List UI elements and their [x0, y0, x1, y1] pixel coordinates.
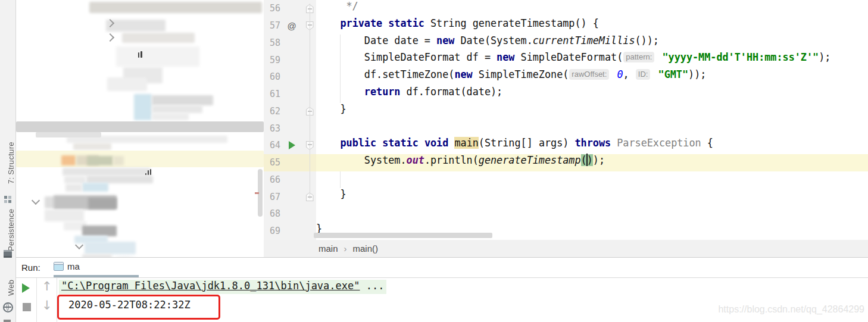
gutter[interactable]: 5657@585960616263646566676869: [264, 0, 316, 240]
code-line[interactable]: Date date = new Date(System.currentTimeM…: [316, 35, 868, 52]
selected-tab-underline: [54, 275, 139, 277]
stop-button[interactable]: [23, 303, 31, 311]
line-number: 62: [264, 106, 280, 117]
censored-block: [106, 20, 166, 32]
tool-window-stripe: 7: Structure Persistence Web: [0, 0, 16, 322]
annotation-gutter-icon[interactable]: @: [287, 21, 296, 31]
run-tab[interactable]: ma: [54, 261, 80, 271]
censored-block: [61, 155, 76, 165]
gutter-row[interactable]: 62: [264, 103, 316, 120]
code-line[interactable]: */: [316, 0, 868, 17]
console-command-link[interactable]: "C:\Program Files\Java\jdk1.8.0_131\bin\…: [61, 280, 360, 292]
tool-button-structure[interactable]: 7: Structure: [0, 136, 15, 190]
censored-block: [152, 95, 213, 105]
structure-icon[interactable]: [4, 196, 7, 199]
line-number: 69: [264, 226, 280, 236]
censored-block: [85, 242, 136, 254]
red-annotation-box: [57, 295, 220, 320]
line-number: 57: [264, 20, 280, 31]
censored-block: [113, 156, 124, 165]
horizontal-scrollbar[interactable]: [314, 233, 492, 238]
code-line[interactable]: }: [316, 188, 868, 205]
toolbar-divider: [36, 278, 37, 322]
gutter-row[interactable]: 65: [264, 154, 316, 171]
persistence-icon[interactable]: [4, 250, 12, 258]
code-line[interactable]: private static String generateTimestamp(…: [316, 17, 868, 35]
run-panel-header: Run: ma: [16, 258, 868, 278]
line-number: 63: [264, 123, 280, 134]
censored-block: [63, 168, 151, 176]
censored-block: [82, 226, 117, 236]
censored-block: [82, 183, 108, 192]
tool-button-web[interactable]: Web: [0, 275, 15, 300]
code-line[interactable]: [316, 205, 868, 223]
indent-guide: [340, 35, 341, 103]
gutter-row[interactable]: 61: [264, 86, 316, 103]
censored-block: [16, 121, 264, 132]
line-number: 68: [264, 208, 280, 219]
gutter-row[interactable]: 67: [264, 188, 316, 205]
code-line[interactable]: return df.format(date);: [316, 86, 868, 103]
breadcrumb: main›main(): [264, 240, 868, 257]
text-caret: [586, 154, 588, 166]
line-number: 56: [264, 3, 280, 14]
stripe-mark: [255, 192, 259, 194]
censored-block: [116, 46, 199, 67]
chevron-icon[interactable]: [32, 196, 40, 205]
code-area[interactable]: */ private static String generateTimesta…: [316, 0, 868, 240]
globe-icon[interactable]: [3, 302, 13, 312]
gutter-row[interactable]: 56: [264, 0, 316, 17]
line-number: 66: [264, 174, 280, 185]
code-editor[interactable]: 5657@585960616263646566676869 */ private…: [264, 0, 868, 240]
gutter-row[interactable]: 63: [264, 120, 316, 137]
censored-block: [122, 33, 195, 43]
censored-block: [107, 77, 147, 91]
gutter-row[interactable]: 64: [264, 137, 316, 154]
gutter-row[interactable]: 66: [264, 171, 316, 189]
breadcrumb-separator: ›: [344, 243, 347, 254]
gutter-row[interactable]: 57@: [264, 17, 316, 35]
indent-guide: [340, 171, 341, 188]
censored-block: [134, 94, 152, 120]
gutter-row[interactable]: 60: [264, 68, 316, 86]
console-tab-icon: [54, 262, 64, 271]
partial-tool-icon: [4, 320, 11, 322]
run-console[interactable]: ↑ ↓ "C:\Program Files\Java\jdk1.8.0_131\…: [16, 278, 868, 322]
console-java-command[interactable]: "C:\Program Files\Java\jdk1.8.0_131\bin\…: [59, 280, 386, 294]
up-arrow-icon[interactable]: ↑: [42, 279, 52, 293]
down-arrow-icon[interactable]: ↓: [42, 298, 52, 312]
tool-button-persistence[interactable]: Persistence: [0, 208, 15, 251]
censored-glyph: [138, 52, 139, 58]
line-number: 58: [264, 37, 280, 48]
censored-block: [87, 156, 113, 165]
console-command-ellipsis: ...: [360, 280, 385, 292]
chevron-icon[interactable]: [106, 33, 114, 42]
blurred-project-tree-panel[interactable]: [16, 0, 264, 257]
code-line[interactable]: public static void main(String[] args) t…: [316, 137, 868, 154]
rerun-button[interactable]: [22, 283, 30, 293]
code-line[interactable]: }: [316, 103, 868, 120]
run-tab-label: ma: [67, 261, 80, 271]
line-number: 60: [264, 71, 280, 82]
gutter-row[interactable]: 68: [264, 205, 316, 223]
censored-glyph: [150, 169, 151, 175]
gutter-row[interactable]: 58: [264, 35, 316, 52]
run-panel-title: Run:: [21, 262, 40, 273]
gutter-row[interactable]: 59: [264, 51, 316, 68]
line-number: 64: [264, 140, 280, 151]
line-number: 61: [264, 89, 280, 99]
censored-block: [152, 113, 189, 120]
line-number: 65: [264, 157, 280, 168]
code-line[interactable]: System.out.println(generateTimestamp());: [316, 154, 868, 171]
code-line[interactable]: SimpleDateFormat df = new SimpleDateForm…: [316, 51, 868, 68]
breadcrumb-item-class[interactable]: main: [319, 243, 338, 254]
code-line[interactable]: df.setTimeZone(new SimpleTimeZone(rawOff…: [316, 68, 868, 86]
censored-block: [45, 210, 84, 221]
run-gutter-icon[interactable]: [289, 141, 295, 149]
censored-glyph: [148, 170, 149, 175]
breadcrumb-item-method[interactable]: main(): [353, 243, 379, 254]
watermark-text: https://blog.csdn.net/qq_42864299: [718, 304, 864, 315]
gutter-row[interactable]: 69: [264, 223, 316, 240]
code-line[interactable]: [316, 171, 868, 189]
code-line[interactable]: [316, 120, 868, 137]
